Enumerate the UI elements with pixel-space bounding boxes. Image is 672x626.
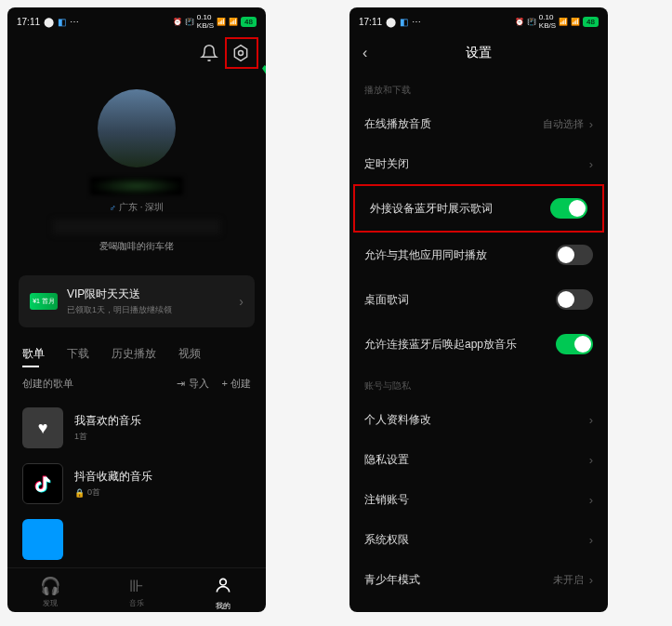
playlist-favorites[interactable]: ♥ 我喜欢的音乐 1首 <box>7 400 266 456</box>
nav-me[interactable]: 我的 <box>179 576 266 611</box>
status-bar: 17:11 ⬤ ◧ ⋯ ⏰ 📳 0.10KB/S 📶 📶 48 <box>349 7 608 35</box>
row-value: 未开启 <box>553 573 584 587</box>
row-teen[interactable]: 青少年模式 未开启 › <box>349 560 608 600</box>
row-timer[interactable]: 定时关闭 › <box>349 144 608 184</box>
section-payment: 支付管理 <box>349 600 608 612</box>
vip-title: VIP限时天天送 <box>67 286 230 302</box>
status-time: 17:11 <box>17 17 40 27</box>
create-button[interactable]: + 创建 <box>222 377 251 391</box>
row-privacy[interactable]: 隐私设置 › <box>349 440 608 480</box>
status-app-icon: ◧ <box>58 17 66 27</box>
chevron-right-icon: › <box>589 453 593 467</box>
vip-badge: ¥1 首月 <box>30 293 58 310</box>
chevron-right-icon: › <box>589 533 593 547</box>
chevron-right-icon: › <box>589 573 593 587</box>
playlist-title: 我喜欢的音乐 <box>74 413 251 429</box>
signal-icon-2: 📶 <box>571 18 580 26</box>
page-title: 设置 <box>466 45 492 61</box>
phone-right: 17:11 ⬤ ◧ ⋯ ⏰ 📳 0.10KB/S 📶 📶 48 ‹ 设置 播放和… <box>349 7 608 612</box>
hand-pointer-icon <box>262 48 266 86</box>
row-permissions[interactable]: 系统权限 › <box>349 520 608 560</box>
nav-bar: 🎧 发现 ⊪ 音乐 我的 <box>7 567 266 612</box>
status-app-icon: ◧ <box>400 17 408 27</box>
lock-icon: 🔒 <box>74 488 85 498</box>
headphones-icon: 🎧 <box>40 576 60 596</box>
chevron-right-icon: › <box>589 117 593 131</box>
battery-badge: 48 <box>241 17 257 27</box>
chevron-right-icon: › <box>589 493 593 507</box>
section-playback: 播放和下载 <box>349 71 608 104</box>
signal-icon: 📶 <box>217 18 226 26</box>
chevron-right-icon: › <box>589 413 593 427</box>
row-quality[interactable]: 在线播放音质 自动选择 › <box>349 104 608 144</box>
location-text: 广东 · 深圳 <box>119 201 164 214</box>
row-allow-other[interactable]: 允许与其他应用同时播放 <box>349 233 608 277</box>
tab-playlist[interactable]: 歌单 <box>22 340 45 367</box>
row-bt-launch[interactable]: 允许连接蓝牙后唤起app放音乐 <box>349 322 608 366</box>
playlist-tabs: 歌单 下载 历史播放 视频 <box>7 340 266 367</box>
row-deactivate[interactable]: 注销账号 › <box>349 480 608 520</box>
settings-icon[interactable] <box>231 43 251 63</box>
alarm-icon: ⏰ <box>173 18 182 26</box>
speed-icon: 0.10KB/S <box>539 13 556 30</box>
vip-subtitle: 已领取1天，明日播放继续领 <box>67 304 230 316</box>
playlist-count: 1首 <box>74 431 251 443</box>
chevron-right-icon: › <box>239 294 244 309</box>
signal-icon-2: 📶 <box>229 18 238 26</box>
douyin-icon <box>22 463 63 504</box>
import-button[interactable]: ⇥ 导入 <box>177 377 208 391</box>
phone-left: 17:11 ⬤ ◧ ⋯ ⏰ 📳 0.10KB/S 📶 📶 48 ♂ 广东 <box>7 7 266 612</box>
status-misc-icon: ⋯ <box>70 17 79 27</box>
alarm-icon: ⏰ <box>515 18 524 26</box>
nav-discover[interactable]: 🎧 发现 <box>7 576 94 611</box>
person-icon <box>214 576 232 599</box>
battery-badge: 48 <box>583 17 599 27</box>
vibrate-icon: 📳 <box>527 18 536 26</box>
back-button[interactable]: ‹ <box>362 45 367 61</box>
equalizer-icon: ⊪ <box>129 576 144 596</box>
avatar[interactable] <box>98 89 176 167</box>
playlist-section-header: 创建的歌单 ⇥ 导入 + 创建 <box>7 367 266 400</box>
tab-video[interactable]: 视频 <box>178 340 201 367</box>
toggle-bt-launch[interactable] <box>556 334 593 354</box>
header-icons <box>7 35 266 71</box>
status-misc-icon: ⋯ <box>412 17 421 27</box>
status-bar: 17:11 ⬤ ◧ ⋯ ⏰ 📳 0.10KB/S 📶 📶 48 <box>7 7 266 35</box>
signature: 爱喝咖啡的街车佬 <box>99 240 174 253</box>
profile-section: ♂ 广东 · 深圳 爱喝咖啡的街车佬 <box>7 71 266 262</box>
status-time: 17:11 <box>359 17 382 27</box>
heart-icon: ♥ <box>22 407 63 448</box>
playlist-cover <box>22 519 63 560</box>
playlist-item[interactable] <box>7 512 266 567</box>
location-label: ♂ 广东 · 深圳 <box>110 201 165 214</box>
row-profile[interactable]: 个人资料修改 › <box>349 400 608 440</box>
settings-list[interactable]: 播放和下载 在线播放音质 自动选择 › 定时关闭 › 外接设备蓝牙时展示歌词 允… <box>349 71 608 612</box>
playlist-count: 🔒 0首 <box>74 486 251 499</box>
username-redacted <box>90 177 183 195</box>
chevron-right-icon: › <box>589 157 593 171</box>
row-bt-lyrics[interactable]: 外接设备蓝牙时展示歌词 <box>353 184 604 233</box>
vip-card[interactable]: ¥1 首月 VIP限时天天送 已领取1天，明日播放继续领 › <box>19 275 255 327</box>
stats-redacted <box>53 220 220 234</box>
tab-download[interactable]: 下载 <box>67 340 89 367</box>
svg-marker-0 <box>234 46 246 61</box>
svg-point-2 <box>219 579 226 585</box>
tab-history[interactable]: 历史播放 <box>112 340 156 367</box>
toggle-bt-lyrics[interactable] <box>550 198 587 219</box>
section-account: 账号与隐私 <box>349 366 608 400</box>
row-value: 自动选择 <box>543 117 584 131</box>
section-label: 创建的歌单 <box>22 377 73 391</box>
row-desktop-lyrics[interactable]: 桌面歌词 <box>349 277 608 322</box>
rec-icon: ⬤ <box>44 17 54 27</box>
nav-music[interactable]: ⊪ 音乐 <box>94 576 180 611</box>
svg-point-1 <box>239 51 244 56</box>
vibrate-icon: 📳 <box>185 18 194 26</box>
settings-header: ‹ 设置 <box>349 35 608 71</box>
playlist-douyin[interactable]: 抖音收藏的音乐 🔒 0首 <box>7 456 266 512</box>
gender-icon: ♂ <box>110 203 117 213</box>
toggle-desktop-lyrics[interactable] <box>556 289 593 310</box>
speed-icon: 0.10KB/S <box>197 13 214 30</box>
signal-icon: 📶 <box>559 18 568 26</box>
toggle-allow-other[interactable] <box>556 245 593 265</box>
notification-icon[interactable] <box>199 43 219 63</box>
